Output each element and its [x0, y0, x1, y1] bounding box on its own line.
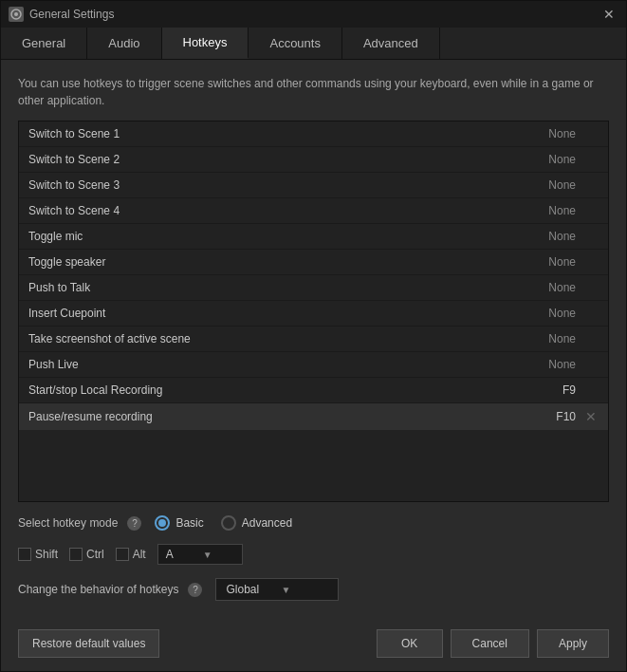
- cancel-button[interactable]: Cancel: [451, 629, 529, 658]
- ctrl-group: Ctrl: [69, 548, 104, 561]
- hotkey-row[interactable]: Switch to Scene 3None: [19, 173, 608, 198]
- hotkey-value: None: [519, 178, 576, 192]
- hotkey-remove-icon[interactable]: ✕: [583, 409, 599, 424]
- hotkey-name: Switch to Scene 2: [28, 153, 519, 166]
- hotkey-mode-row: Select hotkey mode ? Basic Advanced: [18, 515, 609, 531]
- hotkey-name: Start/stop Local Recording: [28, 383, 519, 397]
- shift-checkbox[interactable]: [18, 548, 31, 561]
- hotkey-name: Pause/resume recording: [28, 410, 519, 423]
- radio-advanced-label: Advanced: [242, 516, 292, 530]
- alt-group: Alt: [116, 548, 146, 561]
- ok-button[interactable]: OK: [377, 629, 443, 658]
- hotkey-row[interactable]: Push LiveNone: [19, 352, 608, 378]
- hotkey-value: None: [519, 204, 576, 217]
- hotkey-row[interactable]: Switch to Scene 2None: [19, 147, 608, 173]
- tab-content: You can use hotkeys to trigger scene swi…: [1, 60, 626, 629]
- tab-audio[interactable]: Audio: [87, 28, 161, 59]
- restore-defaults-button[interactable]: Restore default values: [18, 629, 159, 658]
- hotkey-row[interactable]: Toggle speakerNone: [19, 250, 608, 275]
- hotkey-value: None: [519, 127, 576, 140]
- radio-basic[interactable]: Basic: [155, 515, 203, 531]
- hotkey-row[interactable]: Switch to Scene 1None: [19, 121, 608, 147]
- hotkey-name: Take screenshot of active scene: [28, 332, 519, 345]
- behavior-value: Global: [226, 583, 273, 596]
- hotkey-row[interactable]: Push to TalkNone: [19, 275, 608, 301]
- behavior-label: Change the behavior of hotkeys: [18, 583, 178, 596]
- behavior-dropdown-arrow: ▼: [281, 585, 328, 595]
- svg-point-1: [14, 12, 18, 16]
- hotkey-value: None: [519, 307, 576, 320]
- hotkey-value: F10: [519, 410, 576, 423]
- key-dropdown-arrow: ▼: [203, 550, 234, 560]
- tab-hotkeys[interactable]: Hotkeys: [162, 28, 249, 59]
- hotkey-value: None: [519, 255, 576, 269]
- title-bar: General Settings ✕: [1, 1, 626, 28]
- hotkey-name: Switch to Scene 4: [28, 204, 519, 217]
- close-button[interactable]: ✕: [599, 5, 618, 24]
- hotkey-value: None: [519, 358, 576, 371]
- hotkey-name: Toggle mic: [28, 230, 519, 243]
- window-title: General Settings: [29, 8, 599, 21]
- behavior-row: Change the behavior of hotkeys ? Global …: [18, 578, 609, 601]
- shift-label: Shift: [35, 548, 58, 561]
- behavior-help-icon[interactable]: ?: [188, 583, 202, 597]
- key-dropdown-value: A: [166, 548, 197, 561]
- radio-advanced-circle[interactable]: [221, 515, 236, 531]
- radio-basic-circle[interactable]: [155, 515, 170, 531]
- hotkey-value: None: [519, 153, 576, 166]
- behavior-dropdown[interactable]: Global ▼: [215, 578, 339, 601]
- hotkey-value: None: [519, 281, 576, 294]
- footer: Restore default values OK Cancel Apply: [1, 629, 626, 671]
- hotkey-list[interactable]: Switch to Scene 1NoneSwitch to Scene 2No…: [18, 121, 609, 502]
- settings-window: General Settings ✕ General Audio Hotkeys…: [0, 0, 627, 672]
- hotkey-row[interactable]: Insert CuepointNone: [19, 301, 608, 327]
- alt-checkbox[interactable]: [116, 548, 129, 561]
- hotkey-name: Switch to Scene 1: [28, 127, 519, 140]
- hotkey-mode-options: Basic Advanced: [155, 515, 292, 531]
- key-dropdown[interactable]: A ▼: [157, 544, 243, 565]
- hotkey-mode-label: Select hotkey mode: [18, 516, 118, 530]
- tab-advanced[interactable]: Advanced: [342, 28, 440, 59]
- radio-advanced[interactable]: Advanced: [221, 515, 292, 531]
- hotkey-name: Insert Cuepoint: [28, 307, 519, 320]
- hotkey-name: Switch to Scene 3: [28, 178, 519, 192]
- tab-accounts[interactable]: Accounts: [249, 28, 341, 59]
- hotkey-row[interactable]: Switch to Scene 4None: [19, 198, 608, 224]
- tab-general[interactable]: General: [1, 28, 87, 59]
- hotkey-name: Toggle speaker: [28, 255, 519, 269]
- hotkey-name: Push to Talk: [28, 281, 519, 294]
- ctrl-checkbox[interactable]: [69, 548, 83, 561]
- shift-group: Shift: [18, 548, 58, 561]
- alt-label: Alt: [133, 548, 146, 561]
- hotkey-row[interactable]: Take screenshot of active sceneNone: [19, 327, 608, 352]
- key-combo-row: Shift Ctrl Alt A ▼: [18, 544, 609, 565]
- ctrl-label: Ctrl: [86, 548, 104, 561]
- apply-button[interactable]: Apply: [537, 629, 609, 658]
- hotkey-row[interactable]: Pause/resume recordingF10✕: [19, 403, 608, 430]
- app-icon: [9, 7, 24, 22]
- description-text: You can use hotkeys to trigger scene swi…: [18, 75, 609, 109]
- hotkey-value: F9: [519, 383, 576, 397]
- tab-bar: General Audio Hotkeys Accounts Advanced: [1, 28, 626, 60]
- hotkey-value: None: [519, 230, 576, 243]
- hotkey-mode-help-icon[interactable]: ?: [127, 516, 141, 531]
- hotkey-row[interactable]: Start/stop Local RecordingF9: [19, 378, 608, 403]
- hotkey-row[interactable]: Toggle micNone: [19, 224, 608, 250]
- radio-basic-label: Basic: [175, 516, 203, 530]
- footer-actions: OK Cancel Apply: [377, 629, 609, 658]
- hotkey-value: None: [519, 332, 576, 345]
- hotkey-name: Push Live: [28, 358, 519, 371]
